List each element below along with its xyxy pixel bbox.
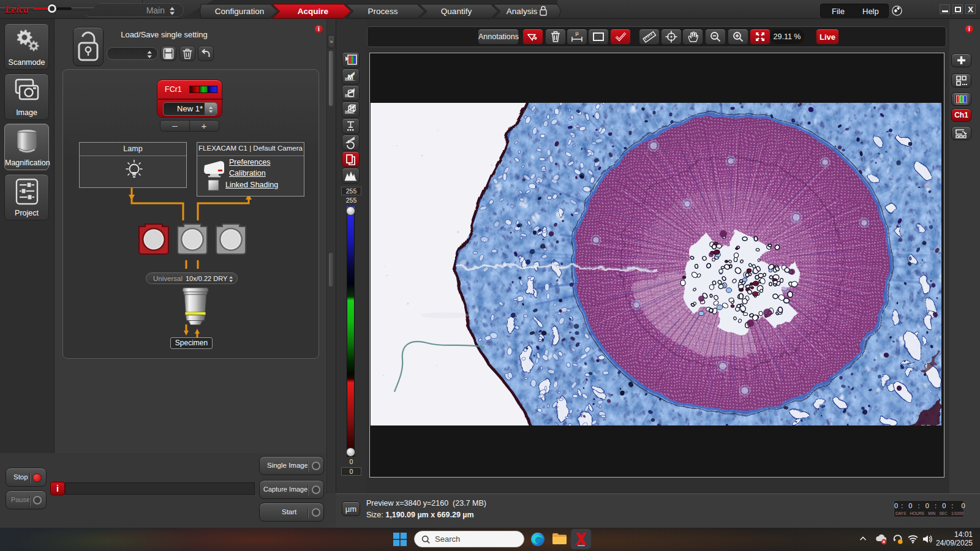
svg-text:Acquire: Acquire — [298, 7, 329, 16]
svg-text:Configuration: Configuration — [215, 7, 264, 16]
svg-text:Process: Process — [368, 7, 398, 16]
svg-text:µ: µ — [575, 30, 578, 36]
svg-text:Quantify: Quantify — [441, 7, 472, 16]
svg-text:Analysis: Analysis — [507, 7, 538, 16]
svg-text:M: M — [347, 73, 353, 81]
